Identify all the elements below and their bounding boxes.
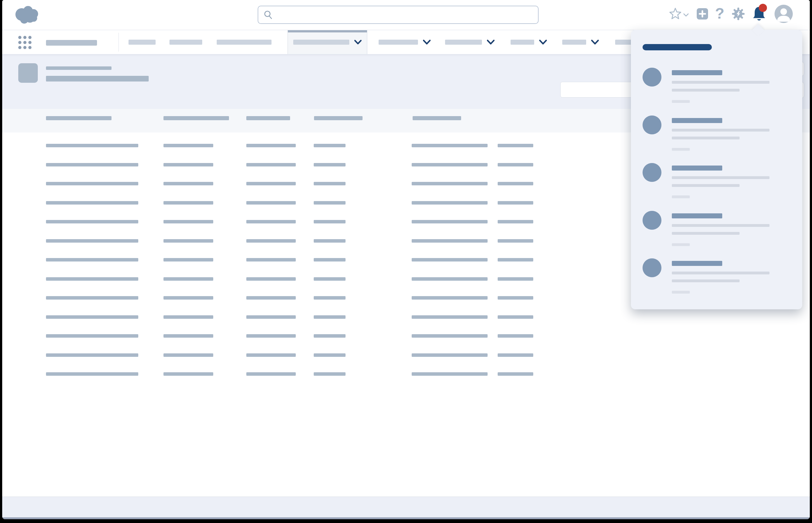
tab-label-skeleton <box>562 40 586 45</box>
nav-tab[interactable] <box>170 30 202 54</box>
notification-avatar <box>642 115 661 134</box>
cell-skeleton <box>46 372 138 376</box>
chevron-down-icon <box>487 40 495 45</box>
app-window: ? <box>2 0 810 519</box>
cell-skeleton <box>46 296 138 300</box>
cell-skeleton <box>412 144 488 147</box>
search-input[interactable] <box>273 6 538 23</box>
column-header-skeleton <box>163 116 229 120</box>
cell-skeleton <box>412 277 488 281</box>
notification-line-skeleton <box>672 137 740 139</box>
table-row[interactable] <box>2 350 810 360</box>
cell-skeleton <box>412 182 488 185</box>
cell-skeleton <box>46 201 138 204</box>
notification-title-skeleton <box>672 165 722 170</box>
notification-line-skeleton <box>672 279 740 282</box>
notification-timestamp-skeleton <box>672 291 690 294</box>
cell-skeleton <box>498 163 533 166</box>
cell-skeleton <box>412 163 488 166</box>
notification-timestamp-skeleton <box>672 100 690 103</box>
cell-skeleton <box>246 372 296 376</box>
table-row[interactable] <box>2 369 810 379</box>
cell-skeleton <box>314 144 346 147</box>
nav-tab[interactable] <box>217 30 272 54</box>
favorites-button[interactable] <box>668 7 690 21</box>
tab-label-skeleton <box>293 40 349 45</box>
page-title-skeleton <box>46 67 111 70</box>
notification-timestamp-skeleton <box>672 243 690 246</box>
cell-skeleton <box>46 277 138 281</box>
nav-tab[interactable] <box>562 30 599 54</box>
profile-avatar[interactable] <box>775 5 793 23</box>
notification-avatar <box>642 211 661 230</box>
cell-skeleton <box>314 277 346 281</box>
cell-skeleton <box>246 354 296 357</box>
tab-label-skeleton <box>128 40 156 45</box>
notification-line-skeleton <box>672 81 770 84</box>
app-name-skeleton <box>46 40 97 46</box>
table-row[interactable] <box>2 331 810 341</box>
tab-label-skeleton <box>217 40 272 45</box>
cell-skeleton <box>163 372 213 376</box>
plus-box-icon <box>697 8 708 19</box>
help-button[interactable]: ? <box>713 4 726 23</box>
cell-skeleton <box>46 144 138 147</box>
entity-icon-skeleton <box>18 63 38 83</box>
popover-title-skeleton <box>642 44 712 50</box>
notification-item[interactable] <box>631 211 802 248</box>
cell-skeleton <box>498 334 533 338</box>
cell-skeleton <box>46 315 138 319</box>
cell-skeleton <box>163 258 213 262</box>
nav-tab[interactable] <box>128 30 156 54</box>
cell-skeleton <box>314 239 346 242</box>
global-header: ? <box>2 0 810 30</box>
cloud-logo-icon <box>14 5 40 24</box>
nav-tab[interactable] <box>379 30 431 54</box>
star-icon <box>669 7 682 20</box>
cell-skeleton <box>314 220 346 223</box>
table-row[interactable] <box>2 312 810 322</box>
chevron-down-icon <box>423 40 431 45</box>
notifications-button[interactable] <box>751 6 767 21</box>
chevron-down-icon <box>539 40 547 45</box>
setup-button[interactable] <box>732 7 745 20</box>
notification-line-skeleton <box>672 272 770 274</box>
global-search[interactable] <box>258 6 539 24</box>
cell-skeleton <box>46 258 138 262</box>
nav-tab-active[interactable] <box>288 30 367 54</box>
app-launcher-button[interactable] <box>18 36 32 50</box>
cell-skeleton <box>498 354 533 357</box>
notification-line-skeleton <box>672 184 740 187</box>
cell-skeleton <box>163 144 213 147</box>
chevron-down-icon <box>683 13 689 17</box>
notification-title-skeleton <box>672 70 722 75</box>
question-icon: ? <box>715 5 724 22</box>
cell-skeleton <box>314 334 346 338</box>
notification-timestamp-skeleton <box>672 148 690 151</box>
notification-item[interactable] <box>631 68 802 105</box>
cell-skeleton <box>163 163 213 166</box>
chevron-down-icon <box>591 40 599 45</box>
nav-divider <box>118 33 119 52</box>
cell-skeleton <box>163 277 213 281</box>
nav-tab[interactable] <box>445 30 495 54</box>
notification-item[interactable] <box>631 163 802 200</box>
notification-timestamp-skeleton <box>672 195 690 198</box>
add-button[interactable] <box>697 8 708 19</box>
cell-skeleton <box>498 315 533 319</box>
cell-skeleton <box>246 315 296 319</box>
notification-item[interactable] <box>631 115 802 152</box>
cell-skeleton <box>246 277 296 281</box>
notification-item[interactable] <box>631 258 802 295</box>
cell-skeleton <box>163 296 213 300</box>
cell-skeleton <box>314 372 346 376</box>
tab-label-skeleton <box>379 40 418 45</box>
tab-label-skeleton <box>445 40 482 45</box>
cell-skeleton <box>246 201 296 204</box>
cell-skeleton <box>246 163 296 166</box>
cell-skeleton <box>246 182 296 185</box>
nav-tab[interactable] <box>511 30 547 54</box>
cell-skeleton <box>246 220 296 223</box>
cell-skeleton <box>498 239 533 242</box>
cell-skeleton <box>412 334 488 338</box>
